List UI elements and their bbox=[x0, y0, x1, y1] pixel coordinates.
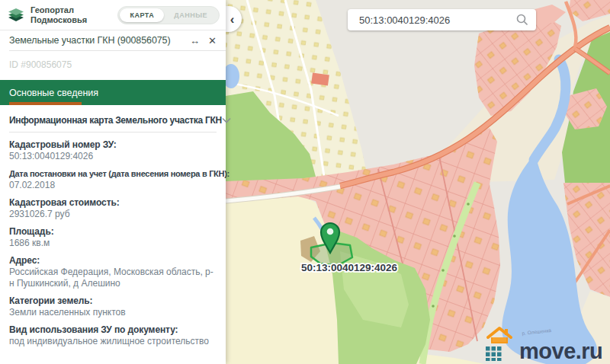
close-icon[interactable]: ✕ bbox=[208, 36, 217, 46]
moveru-logo-text: move.ru bbox=[519, 342, 602, 361]
parcel-attributes: Кадастровый номер ЗУ: 50:13:0040129:4026… bbox=[0, 133, 226, 347]
layer-title: Земельные участки ГКН (900856075) bbox=[9, 35, 171, 46]
layers-logo-icon bbox=[8, 8, 24, 22]
object-id: ID #900856075 bbox=[0, 51, 226, 80]
search-icon[interactable] bbox=[516, 14, 528, 26]
field-cadastral-number: Кадастровый номер ЗУ: 50:13:0040129:4026 bbox=[9, 139, 217, 162]
field-registration-date: Дата постановки на учет (дата внесения н… bbox=[9, 168, 217, 191]
field-address: Адрес: Российская Федерация, Московская … bbox=[9, 255, 217, 289]
search-input[interactable]: 50:13:0040129:4026 bbox=[359, 14, 516, 26]
view-toggle: КАРТА ДАННЫЕ bbox=[117, 6, 220, 24]
active-tab-indicator bbox=[9, 102, 82, 105]
chevron-down-icon[interactable] bbox=[222, 117, 231, 123]
tab-map[interactable]: КАРТА bbox=[120, 8, 164, 22]
app-header: Геопортал Подмосковья КАРТА ДАННЫЕ bbox=[0, 0, 226, 30]
moveru-house-icon bbox=[485, 325, 514, 361]
chevron-left-icon: ‹ bbox=[230, 13, 235, 26]
geoportal-app: Геопортал Подмосковья КАРТА ДАННЫЕ Земел… bbox=[0, 0, 610, 364]
field-cadastral-value: Кадастровая стоимость: 2931026.7 руб bbox=[9, 197, 217, 220]
info-sidebar: Геопортал Подмосковья КАРТА ДАННЫЕ Земел… bbox=[0, 0, 226, 364]
expand-horizontal-icon[interactable]: ↔ bbox=[190, 36, 200, 46]
section-tab-main-info[interactable]: Основные сведения bbox=[0, 80, 226, 105]
map-tiles: 50:13:0040129:4026 р. Олешенка bbox=[226, 0, 610, 364]
search-box[interactable]: 50:13:0040129:4026 bbox=[348, 9, 536, 30]
field-area: Площадь: 1686 кв.м bbox=[9, 226, 217, 249]
brand-title: Геопортал Подмосковья bbox=[30, 5, 87, 25]
tab-data[interactable]: ДАННЫЕ bbox=[164, 8, 217, 22]
field-permitted-use: Вид использования ЗУ по документу: под и… bbox=[9, 324, 217, 347]
map-canvas[interactable]: 50:13:0040129:4026 р. Олешенка ‹ 50:13:0… bbox=[226, 0, 610, 364]
card-header[interactable]: Информационная карта Земельного участка … bbox=[0, 105, 226, 132]
moveru-watermark: move.ru bbox=[485, 325, 602, 361]
field-land-category: Категории земель: Земли населенных пункт… bbox=[9, 295, 217, 318]
parcel-cadastral-label: 50:13:0040129:4026 bbox=[301, 262, 398, 273]
layer-panel-header: Земельные участки ГКН (900856075) ↔ ✕ bbox=[0, 30, 226, 50]
